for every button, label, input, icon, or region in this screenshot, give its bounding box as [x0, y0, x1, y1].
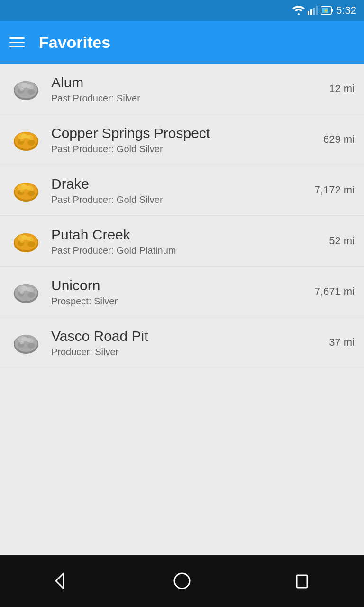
svg-point-35 [21, 184, 27, 189]
item-subtitle-copper-springs: Past Producer: Gold Silver [51, 144, 318, 155]
svg-point-17 [20, 88, 24, 91]
item-subtitle-alum: Past Producer: Silver [51, 93, 324, 104]
bottom-nav [0, 555, 364, 607]
list-item[interactable]: Putah CreekPast Producer: Gold Platinum5… [0, 216, 364, 267]
svg-rect-3 [316, 6, 318, 15]
item-text-copper-springs: Copper Springs ProspectPast Producer: Go… [51, 125, 318, 155]
list-item[interactable]: UnicornProspect: Silver7,671 mi [0, 267, 364, 317]
svg-point-69 [174, 573, 190, 589]
list-item[interactable]: Vasco Road PitProducer: Silver37 mi [0, 317, 364, 368]
gold-nugget-icon [11, 226, 41, 256]
item-text-drake: DrakePast Producer: Gold Silver [51, 175, 310, 205]
item-text-unicorn: UnicornProspect: Silver [51, 277, 310, 307]
item-text-vasco-road-pit: Vasco Road PitProducer: Silver [51, 328, 324, 358]
app-bar: Favorites [0, 21, 364, 64]
svg-point-34 [27, 191, 35, 196]
item-text-alum: AlumPast Producer: Silver [51, 74, 324, 104]
status-bar: ⚡ 5:32 [0, 0, 364, 21]
svg-point-56 [26, 287, 31, 291]
item-distance-putah-creek: 52 mi [329, 235, 355, 247]
list-item[interactable]: AlumPast Producer: Silver12 mi [0, 64, 364, 114]
item-icon-unicorn [9, 275, 43, 308]
item-distance-alum: 12 mi [329, 83, 355, 95]
item-subtitle-vasco-road-pit: Producer: Silver [51, 347, 324, 358]
item-distance-copper-springs: 629 mi [323, 133, 355, 146]
item-name-alum: Alum [51, 74, 324, 91]
item-icon-vasco-road-pit [9, 326, 43, 359]
svg-point-65 [21, 337, 27, 341]
item-name-putah-creek: Putah Creek [51, 226, 324, 243]
item-name-vasco-road-pit: Vasco Road Pit [51, 328, 324, 345]
silver-nugget-icon [11, 277, 41, 306]
svg-point-46 [26, 237, 31, 240]
svg-rect-2 [313, 8, 315, 15]
svg-marker-68 [56, 573, 64, 589]
svg-point-25 [21, 134, 27, 138]
item-icon-drake [9, 174, 43, 207]
svg-point-44 [27, 241, 35, 247]
svg-rect-0 [308, 11, 309, 15]
favorites-list: AlumPast Producer: Silver12 mi Copper Sp… [0, 64, 364, 555]
app-title: Favorites [39, 33, 110, 52]
item-text-putah-creek: Putah CreekPast Producer: Gold Platinum [51, 226, 324, 256]
svg-point-36 [26, 186, 31, 190]
svg-point-27 [20, 138, 24, 141]
svg-point-26 [26, 135, 31, 139]
item-distance-vasco-road-pit: 37 mi [329, 336, 355, 349]
signal-icon [308, 6, 318, 15]
svg-point-55 [21, 286, 27, 291]
item-distance-unicorn: 7,671 mi [315, 285, 355, 298]
item-icon-putah-creek [9, 224, 43, 258]
status-time: 5:32 [336, 4, 356, 17]
svg-rect-1 [310, 9, 312, 15]
svg-point-15 [21, 83, 27, 88]
svg-rect-70 [297, 575, 307, 588]
list-item[interactable]: Copper Springs ProspectPast Producer: Go… [0, 114, 364, 165]
item-subtitle-drake: Past Producer: Gold Silver [51, 194, 310, 205]
item-name-drake: Drake [51, 175, 310, 193]
item-subtitle-unicorn: Prospect: Silver [51, 296, 310, 307]
svg-text:⚡: ⚡ [323, 8, 329, 14]
item-subtitle-putah-creek: Past Producer: Gold Platinum [51, 245, 324, 256]
svg-point-66 [26, 338, 31, 342]
svg-point-67 [20, 341, 24, 344]
silver-nugget-icon [11, 74, 41, 103]
silver-nugget-icon [11, 328, 41, 357]
menu-button[interactable] [9, 37, 25, 47]
svg-point-16 [26, 84, 31, 88]
svg-rect-5 [331, 9, 333, 12]
status-icons: ⚡ 5:32 [292, 4, 356, 17]
svg-point-57 [20, 291, 24, 294]
item-distance-drake: 7,172 mi [315, 184, 355, 196]
item-icon-alum [9, 72, 43, 105]
home-button[interactable] [163, 562, 201, 600]
wifi-icon [292, 6, 305, 15]
battery-icon: ⚡ [321, 6, 333, 15]
svg-point-24 [27, 140, 35, 146]
svg-point-14 [27, 89, 35, 95]
gold-nugget-icon [11, 125, 41, 154]
gold-nugget-icon [11, 175, 41, 205]
svg-point-37 [20, 189, 24, 192]
recent-button[interactable] [284, 562, 322, 600]
back-button[interactable] [42, 562, 80, 600]
list-item[interactable]: DrakePast Producer: Gold Silver7,172 mi [0, 165, 364, 216]
svg-point-64 [27, 343, 35, 349]
item-name-copper-springs: Copper Springs Prospect [51, 125, 318, 142]
svg-point-45 [21, 235, 27, 240]
item-name-unicorn: Unicorn [51, 277, 310, 294]
svg-point-47 [20, 240, 24, 243]
svg-point-54 [27, 292, 35, 298]
item-icon-copper-springs [9, 123, 43, 156]
